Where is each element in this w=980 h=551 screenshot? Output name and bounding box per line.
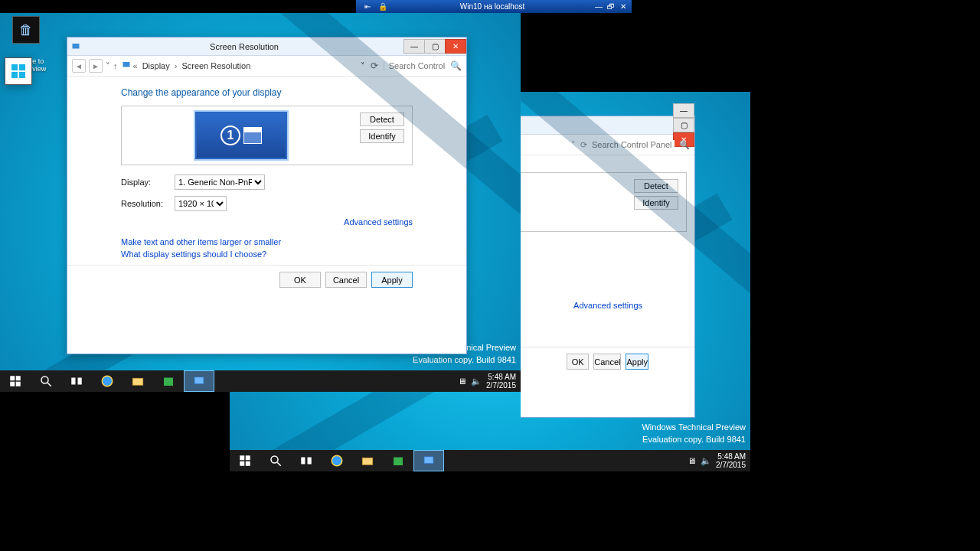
vm-close-button[interactable]: ✕ bbox=[618, 2, 629, 11]
svg-rect-7 bbox=[424, 457, 433, 464]
search-button[interactable] bbox=[260, 450, 291, 471]
search-button[interactable] bbox=[31, 370, 61, 392]
clock[interactable]: 5:48 AM 2/7/2015 bbox=[486, 373, 516, 390]
vm-titlebar[interactable]: ⇤ 🔒 Win10 на localhost — 🗗 ✕ bbox=[356, 0, 632, 13]
vm-lock-icon[interactable]: 🔒 bbox=[377, 2, 388, 11]
vm-pin-icon[interactable]: ⇤ bbox=[362, 2, 373, 11]
task-view-button[interactable] bbox=[61, 370, 92, 392]
minimize-button[interactable]: — bbox=[673, 103, 694, 118]
window-title: Screen Resolution bbox=[84, 42, 404, 51]
maximize-button[interactable]: ▢ bbox=[673, 118, 694, 132]
start-button[interactable] bbox=[230, 450, 260, 471]
explorer-button[interactable] bbox=[352, 450, 383, 471]
display-select[interactable]: 1. Generic Non-PnP Monitor bbox=[175, 174, 265, 190]
svg-rect-8 bbox=[73, 44, 80, 49]
monitor-number: 1 bbox=[220, 126, 240, 145]
monitor-preview-box: 1 Detect Identify bbox=[121, 106, 413, 165]
screen-resolution-window-back: — ▢ ✕ ˅ ⟳ 🔍 Detect Identify Advanced set… bbox=[521, 116, 695, 418]
maximize-button[interactable]: ▢ bbox=[424, 39, 446, 54]
system-tray: 🖥 🔈 5:48 AM 2/7/2015 bbox=[453, 370, 521, 392]
breadcrumb[interactable]: « Display › Screen Resolution bbox=[121, 60, 297, 72]
chevron-down-icon[interactable]: ˅ bbox=[106, 61, 110, 71]
text-size-link[interactable]: Make text and other items larger or smal… bbox=[121, 237, 413, 246]
cancel-button-back[interactable]: Cancel bbox=[593, 354, 621, 370]
svg-rect-12 bbox=[71, 378, 75, 385]
minimize-button[interactable]: — bbox=[403, 39, 425, 54]
svg-point-14 bbox=[102, 376, 113, 386]
refresh-icon[interactable]: ⟳ bbox=[580, 140, 587, 150]
clock-date: 2/7/2015 bbox=[716, 461, 746, 469]
nav-back-button[interactable]: ◄ bbox=[72, 59, 86, 73]
monitor-preview-box-back: Detect Identify bbox=[521, 172, 687, 232]
recycle-bin-icon[interactable]: 🗑 bbox=[5, 16, 47, 46]
cancel-button[interactable]: Cancel bbox=[325, 272, 367, 288]
ie-button[interactable] bbox=[322, 450, 352, 471]
content-area: Change the appearance of your display 1 … bbox=[67, 77, 466, 265]
store-button[interactable] bbox=[383, 450, 413, 471]
start-button[interactable] bbox=[0, 370, 31, 392]
taskbar-back: 🖥 🔈 5:48 AM 2/7/2015 bbox=[230, 450, 750, 471]
search-input[interactable] bbox=[389, 61, 446, 70]
vm-minimize-button[interactable]: — bbox=[593, 2, 604, 11]
apply-button[interactable]: Apply bbox=[371, 272, 413, 288]
detect-button-back[interactable]: Detect bbox=[634, 179, 678, 193]
breadcrumb-display[interactable]: Display bbox=[139, 60, 173, 72]
explorer-button[interactable] bbox=[122, 370, 153, 392]
welcome-icon[interactable]: Welcome to Tech Preview bbox=[5, 57, 47, 73]
breadcrumb-screenres[interactable]: Screen Resolution bbox=[178, 60, 253, 72]
network-icon[interactable]: 🖥 bbox=[458, 377, 466, 386]
svg-rect-2 bbox=[301, 458, 305, 465]
monitor-preview[interactable]: 1 bbox=[195, 112, 287, 159]
resolution-select[interactable]: 1920 × 1080 bbox=[175, 196, 227, 211]
remote-desktop-front: 🗑 Welcome to Tech Preview Windows Techni… bbox=[0, 13, 521, 392]
clock-time: 5:48 AM bbox=[486, 373, 516, 381]
identify-button[interactable]: Identify bbox=[360, 129, 404, 143]
advanced-settings-link[interactable]: Advanced settings bbox=[121, 217, 413, 227]
svg-rect-17 bbox=[194, 377, 204, 384]
page-heading: Change the appearance of your display bbox=[121, 87, 413, 98]
svg-rect-5 bbox=[362, 458, 373, 465]
svg-rect-13 bbox=[78, 378, 82, 385]
search-box[interactable] bbox=[384, 61, 446, 70]
dialog-actions-back: OK Cancel Apply bbox=[521, 347, 694, 376]
detect-button[interactable]: Detect bbox=[360, 112, 404, 126]
clock-date: 2/7/2015 bbox=[486, 381, 516, 390]
identify-button-back[interactable]: Identify bbox=[634, 196, 678, 210]
titlebar[interactable]: Screen Resolution — ▢ ✕ bbox=[67, 37, 466, 56]
close-button[interactable]: ✕ bbox=[445, 39, 466, 54]
svg-line-1 bbox=[277, 462, 281, 466]
control-panel-button[interactable] bbox=[184, 370, 214, 392]
search-icon[interactable]: 🔍 bbox=[679, 140, 690, 150]
nav-forward-button[interactable]: ► bbox=[89, 59, 103, 73]
svg-line-11 bbox=[47, 383, 51, 386]
vm-restore-button[interactable]: 🗗 bbox=[606, 2, 616, 11]
search-input-back[interactable] bbox=[592, 140, 675, 149]
dropdown-icon[interactable]: ˅ bbox=[361, 61, 365, 71]
advanced-settings-link-back[interactable]: Advanced settings bbox=[521, 301, 694, 310]
refresh-icon[interactable]: ⟳ bbox=[368, 60, 381, 71]
svg-rect-6 bbox=[394, 458, 403, 466]
store-button[interactable] bbox=[153, 370, 184, 392]
watermark-line1: Windows Technical Preview bbox=[642, 422, 746, 433]
task-view-button[interactable] bbox=[291, 450, 322, 471]
volume-icon[interactable]: 🔈 bbox=[701, 456, 711, 466]
clock-time: 5:48 AM bbox=[716, 452, 746, 461]
control-panel-button[interactable] bbox=[413, 450, 444, 471]
svg-point-0 bbox=[271, 456, 278, 463]
screen-resolution-window: Screen Resolution — ▢ ✕ ◄ ► ˅ ↑ « Displa… bbox=[67, 37, 467, 354]
search-icon[interactable]: 🔍 bbox=[449, 60, 462, 71]
ie-button[interactable] bbox=[92, 370, 122, 392]
clock[interactable]: 5:48 AM 2/7/2015 bbox=[716, 452, 746, 469]
ok-button-back[interactable]: OK bbox=[567, 354, 589, 370]
ok-button[interactable]: OK bbox=[279, 272, 321, 288]
volume-icon[interactable]: 🔈 bbox=[471, 377, 482, 386]
svg-rect-16 bbox=[164, 378, 173, 386]
help-link[interactable]: What display settings should I choose? bbox=[121, 249, 413, 259]
svg-point-10 bbox=[41, 377, 48, 383]
dropdown-icon[interactable]: ˅ bbox=[571, 140, 576, 150]
toolbar-back: ˅ ⟳ 🔍 bbox=[521, 135, 694, 155]
network-icon[interactable]: 🖥 bbox=[688, 456, 696, 465]
nav-up-button[interactable]: ↑ bbox=[113, 61, 118, 70]
display-label: Display: bbox=[121, 178, 175, 187]
apply-button-back[interactable]: Apply bbox=[626, 354, 648, 370]
